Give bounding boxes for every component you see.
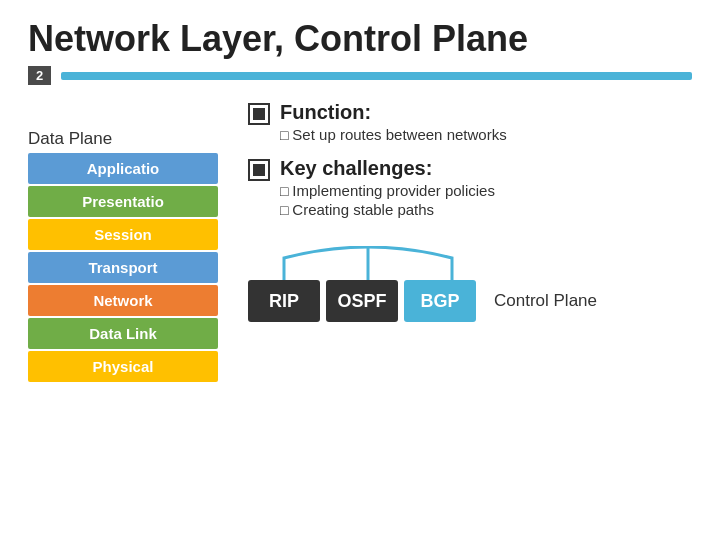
slide-page: Network Layer, Control Plane 2 Data Plan… bbox=[0, 0, 720, 540]
challenges-content: Key challenges: Implementing provider po… bbox=[280, 157, 495, 218]
layer-stack: Applicatio Presentatio Session Transport… bbox=[28, 153, 218, 382]
bgp-box: BGP bbox=[404, 280, 476, 322]
data-plane-label: Data Plane bbox=[28, 129, 218, 149]
function-content: Function: Set up routes between networks bbox=[280, 101, 507, 143]
layer-physical: Physical bbox=[28, 351, 218, 382]
function-sub: Set up routes between networks bbox=[280, 126, 507, 143]
layer-presentation: Presentatio bbox=[28, 186, 218, 217]
layer-datalink: Data Link bbox=[28, 318, 218, 349]
right-column: Function: Set up routes between networks… bbox=[218, 101, 692, 382]
ospf-box: OSPF bbox=[326, 280, 398, 322]
layer-network: Network bbox=[28, 285, 218, 316]
function-checkbox-icon bbox=[248, 103, 270, 125]
content-area: Data Plane Applicatio Presentatio Sessio… bbox=[28, 101, 692, 382]
function-heading: Function: bbox=[280, 101, 507, 124]
protocol-row: RIP OSPF BGP Control Plane bbox=[248, 280, 597, 322]
layer-session: Session bbox=[28, 219, 218, 250]
blue-bar bbox=[61, 72, 692, 80]
rip-box: RIP bbox=[248, 280, 320, 322]
challenge1: Implementing provider policies bbox=[280, 182, 495, 199]
layer-transport: Transport bbox=[28, 252, 218, 283]
function-block: Function: Set up routes between networks bbox=[248, 101, 692, 143]
slide-number-bar: 2 bbox=[28, 66, 692, 85]
slide-title: Network Layer, Control Plane bbox=[28, 18, 692, 60]
challenge2: Creating stable paths bbox=[280, 201, 495, 218]
arch-svg bbox=[248, 246, 488, 282]
left-column: Data Plane Applicatio Presentatio Sessio… bbox=[28, 129, 218, 382]
challenges-heading: Key challenges: bbox=[280, 157, 495, 180]
challenges-block: Key challenges: Implementing provider po… bbox=[248, 157, 692, 218]
slide-number: 2 bbox=[28, 66, 51, 85]
layer-application: Applicatio bbox=[28, 153, 218, 184]
challenges-checkbox-icon bbox=[248, 159, 270, 181]
protocol-section: RIP OSPF BGP Control Plane bbox=[248, 246, 692, 322]
control-plane-label: Control Plane bbox=[494, 291, 597, 311]
